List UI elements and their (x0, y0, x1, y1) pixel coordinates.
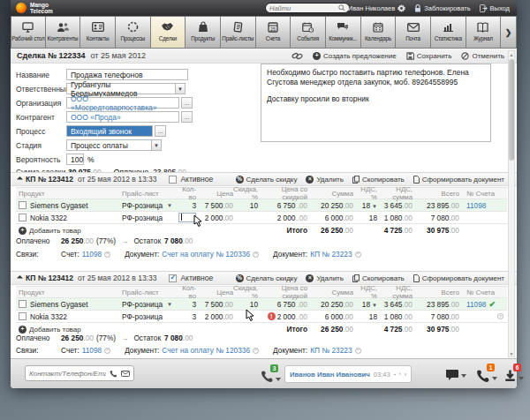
make-discount-button[interactable]: %Сделать скидку (236, 274, 298, 282)
scroll-down-arrow[interactable]: ▼ (509, 350, 514, 356)
tab-invoices[interactable]: 25 Счета (256, 16, 292, 49)
discount-cell[interactable]: 10 (233, 201, 258, 210)
call-phone-icon[interactable] (110, 370, 117, 378)
tab-counterparties[interactable]: Контрагенты (46, 16, 81, 49)
downloads-button[interactable]: 6 (504, 367, 524, 383)
microphone-icon[interactable] (399, 370, 401, 379)
unlink-icon[interactable]: × (253, 251, 259, 258)
row-checkbox[interactable] (19, 300, 26, 308)
scrollbar-thumb[interactable] (509, 59, 514, 161)
invoice-link[interactable]: 11098 (466, 300, 486, 309)
tab-contacts[interactable]: Контакты (80, 16, 116, 49)
tabs-overflow-arrow[interactable]: ❯ (501, 16, 517, 49)
process-lookup[interactable]: Входящий звонок (66, 125, 153, 137)
vat-select[interactable]: 18▼ (353, 300, 377, 309)
make-discount-button[interactable]: %Сделать скидку (236, 176, 298, 184)
unlink-icon[interactable]: × (104, 251, 110, 258)
tab-pricelists[interactable]: Прайс-листы (221, 16, 256, 49)
active-checkbox[interactable] (169, 176, 177, 184)
document-link[interactable]: Счет на оплату № 120336 (162, 346, 250, 355)
qty-cell[interactable]: 3 (177, 201, 196, 210)
tab-desktop[interactable]: Рабочий стол (11, 16, 46, 49)
speaker-mute-icon[interactable] (394, 371, 396, 379)
row-checkbox[interactable] (19, 312, 26, 320)
cancel-button[interactable]: Отменить (461, 52, 504, 60)
active-checkbox-group[interactable]: Активное (169, 175, 213, 184)
tab-communications[interactable]: Коммуник... (326, 16, 361, 49)
owner-dropdown-icon[interactable]: ▼ (176, 83, 186, 94)
contact-input[interactable] (29, 370, 106, 378)
invoice-link[interactable]: 11098 (82, 346, 102, 355)
create-offer-button[interactable]: + Создать предложение (313, 52, 397, 60)
invoice-link[interactable]: 11098 (82, 250, 102, 259)
vat-select[interactable]: 18▼ (353, 201, 377, 210)
save-button[interactable]: Сохранить (406, 52, 452, 60)
vertical-scrollbar[interactable]: ▲ ▼ (508, 50, 515, 357)
discount-cell[interactable]: 10 (233, 300, 258, 309)
vat-cell[interactable]: 18 (353, 312, 377, 321)
qty-cell[interactable]: 3 (177, 312, 196, 321)
deal-note-textarea[interactable]: Необходимо быстро поставить партию телеф… (261, 64, 491, 142)
tab-deals[interactable]: Сделки (151, 16, 186, 49)
global-search[interactable] (265, 3, 350, 13)
counterparty-lookup[interactable]: ООО «Прода» (66, 111, 179, 123)
collapse-triangle-icon[interactable] (17, 274, 23, 281)
delete-button[interactable]: ×Удалить (306, 274, 344, 282)
unlink-icon[interactable]: × (253, 348, 259, 354)
document-link[interactable]: КП № 23223 (310, 346, 352, 355)
tab-events[interactable]: События (291, 16, 326, 49)
pricelist-select[interactable]: РФ-розница (122, 214, 177, 222)
collapse-triangle-icon[interactable] (17, 176, 23, 182)
table-row[interactable]: Siemens Gygaset РФ-розница▼ 3 7 500.00 1… (16, 298, 507, 311)
user-menu[interactable]: Иван Николаев (348, 4, 405, 12)
dialpad-icon[interactable] (405, 371, 406, 379)
stage-select[interactable]: Процесс оплаты (66, 139, 152, 151)
gear-icon[interactable] (398, 4, 405, 12)
send-email-icon[interactable] (121, 371, 130, 377)
link-chain-icon[interactable] (292, 52, 303, 60)
pricelist-select[interactable]: РФ-розница▼ (122, 300, 177, 309)
unlink-icon[interactable]: × (497, 313, 504, 319)
active-call-panel[interactable]: Иванов Иван Иванович 03:43 (284, 365, 412, 383)
make-document-button[interactable]: Сформировать документ (413, 274, 504, 282)
copy-button[interactable]: Скопировать (352, 274, 405, 282)
probability-input[interactable]: 100 (66, 154, 84, 165)
contact-search[interactable] (25, 365, 134, 381)
org-lookup[interactable]: ООО «Мосредтоварпоставка» (66, 97, 179, 109)
table-row[interactable]: Nokia 3322 РФ-розница 2 000.00 2 000.00 … (16, 212, 507, 224)
row-checkbox[interactable] (19, 201, 26, 209)
call-queue-button[interactable]: 3 (261, 368, 281, 384)
unlink-icon[interactable]: × (355, 251, 361, 258)
make-document-button[interactable]: Сформировать документ (413, 176, 504, 184)
add-product-button[interactable]: +Добавить товар (19, 227, 81, 235)
invoice-link[interactable]: 11098 (466, 201, 486, 210)
table-row[interactable]: Siemens Gygaset РФ-розница▼ 3 7 500.00 1… (16, 199, 507, 212)
tab-mail[interactable]: Почта (396, 16, 431, 49)
logout-button[interactable]: Выход (480, 4, 510, 12)
delete-button[interactable]: ×Удалить (306, 176, 344, 184)
qty-cell[interactable]: 3 (177, 300, 196, 309)
add-product-button[interactable]: +Добавить товар (19, 326, 81, 334)
tab-products[interactable]: Продукты (186, 16, 221, 49)
document-link[interactable]: КП № 23223 (310, 250, 352, 259)
tab-statistics[interactable]: Статистика (431, 16, 466, 49)
chat-menu-button[interactable] (445, 369, 466, 380)
unlink-icon[interactable]: × (104, 348, 110, 354)
vat-cell[interactable]: 18 (353, 214, 377, 222)
counterparty-browse-button[interactable]: ... (181, 111, 193, 123)
scroll-up-arrow[interactable]: ▲ (509, 51, 514, 57)
copy-button[interactable]: Скопировать (352, 176, 405, 184)
missed-calls-button[interactable]: 1 (476, 367, 497, 383)
active-checkbox[interactable]: ✓ (169, 274, 177, 282)
tab-journal[interactable]: Журнал (466, 16, 502, 49)
process-browse-button[interactable]: ... (155, 125, 166, 137)
active-checkbox-group[interactable]: ✓ Активное (169, 274, 213, 282)
owner-select[interactable]: Гурбангулы Бердымухаммедов (66, 83, 176, 94)
lock-button[interactable]: Заблокировать (414, 4, 470, 12)
stage-dropdown-icon[interactable]: ▼ (152, 139, 162, 151)
row-checkbox[interactable] (19, 214, 26, 221)
tab-calendar[interactable]: Календарь (361, 16, 397, 49)
unlink-icon[interactable]: × (355, 348, 361, 354)
document-link[interactable]: Счет на оплату № 120336 (162, 250, 250, 259)
name-input[interactable]: Продажа телефонов (66, 69, 188, 80)
